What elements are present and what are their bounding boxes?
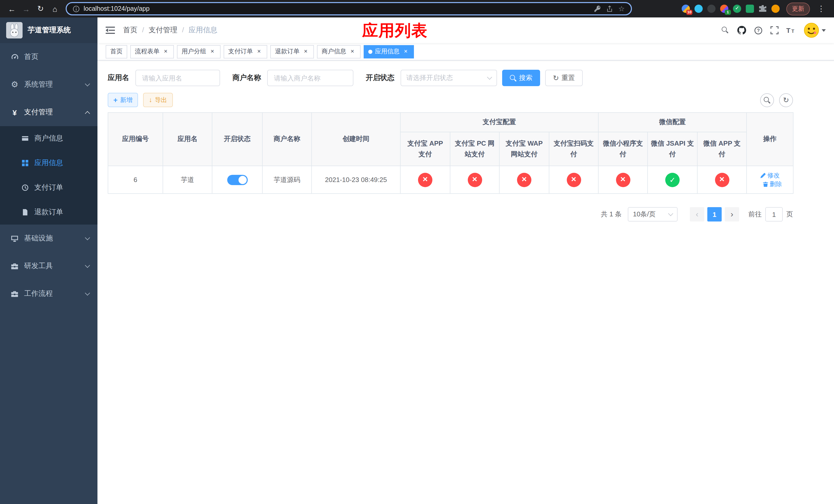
forward-button[interactable]: → [20, 2, 33, 15]
refresh-icon [783, 96, 789, 104]
goto-label: 前往 [748, 210, 762, 219]
close-icon[interactable] [256, 48, 263, 55]
sidebar-subitem-app-info[interactable]: 应用信息 [0, 151, 97, 175]
tab-app-info[interactable]: 应用信息 [364, 45, 414, 58]
sidebar-item-infrastructure[interactable]: 基础设施 [0, 225, 97, 252]
app-name-input[interactable] [135, 70, 220, 86]
breadcrumb-app-info: 应用信息 [177, 26, 218, 35]
back-button[interactable]: ← [5, 2, 19, 15]
sidebar-item-label: 支付管理 [24, 108, 86, 117]
next-page-button[interactable] [725, 207, 739, 222]
trash-icon [763, 181, 768, 187]
close-icon[interactable] [162, 48, 169, 55]
status-toggle[interactable] [227, 175, 247, 185]
merchant-name-input[interactable] [267, 70, 353, 86]
dashboard-icon [10, 53, 19, 61]
close-icon[interactable] [209, 48, 216, 55]
cell-app-id: 6 [108, 166, 163, 193]
status-select[interactable]: 请选择开启状态 [401, 70, 497, 86]
extension-icon[interactable] [733, 5, 741, 13]
address-bar[interactable]: localhost:1024/pay/app [66, 2, 632, 15]
cell-alipay-pc [450, 166, 499, 193]
page-1-button[interactable]: 1 [707, 207, 722, 222]
svg-text:T: T [786, 27, 790, 35]
main-area: 首页 支付管理 应用信息 应用列表 ? [97, 18, 834, 504]
toggle-search-button[interactable] [760, 93, 774, 107]
reset-button-label: 重置 [562, 73, 575, 83]
browser-chrome: ← → ↻ ⌂ localhost:1024/pay/app 10 1 更新 [0, 0, 834, 18]
refresh-icon [553, 74, 559, 82]
delete-button[interactable]: 删除 [763, 180, 782, 188]
sidebar-item-payment[interactable]: ¥ 支付管理 [0, 98, 97, 126]
search-icon [510, 75, 517, 81]
tab-refund-order[interactable]: 退款订单 [270, 45, 314, 58]
briefcase-icon [10, 290, 19, 298]
extensions-puzzle-icon[interactable] [759, 5, 767, 13]
sidebar-subitem-payment-order[interactable]: 支付订单 [0, 175, 97, 200]
page-size-value: 10条/页 [633, 210, 656, 219]
close-icon[interactable] [402, 48, 409, 55]
browser-menu-icon[interactable] [814, 2, 828, 15]
sidebar-item-label: 支付订单 [35, 183, 89, 192]
extension-icon[interactable]: 10 [682, 5, 690, 13]
home-button[interactable]: ⌂ [48, 2, 62, 15]
breadcrumb-payment[interactable]: 支付管理 [137, 26, 177, 35]
tab-label: 退款订单 [275, 47, 300, 56]
url-text[interactable]: localhost:1024/pay/app [84, 5, 590, 12]
extension-icon[interactable] [707, 5, 716, 13]
export-button[interactable]: 导出 [143, 93, 173, 107]
sidebar-subitem-refund-order[interactable]: 退款订单 [0, 200, 97, 225]
tab-merchant-info[interactable]: 商户信息 [317, 45, 360, 58]
chrome-update-button[interactable]: 更新 [786, 2, 810, 15]
bookmark-star-icon[interactable] [618, 4, 625, 13]
sidebar-item-label: 应用信息 [35, 158, 89, 168]
app-table: 应用编号 应用名 开启状态 商户名称 创建时间 支付宝配置 微信配置 操作 支付… [108, 112, 793, 194]
goto-page-input[interactable] [765, 207, 783, 222]
payment-submenu: 商户信息 应用信息 支付订单 [0, 126, 97, 225]
reset-button[interactable]: 重置 [545, 70, 583, 86]
profile-avatar-icon[interactable] [771, 5, 780, 13]
col-header-create-time: 创建时间 [312, 113, 400, 166]
sidebar-item-label: 退款订单 [35, 208, 89, 217]
sidebar-item-workflow[interactable]: 工作流程 [0, 280, 97, 307]
tab-home[interactable]: 首页 [106, 45, 127, 58]
sidebar-item-home[interactable]: 首页 [0, 43, 97, 71]
hamburger-icon[interactable] [106, 26, 115, 35]
chevron-down-icon [85, 262, 90, 268]
add-button[interactable]: 新增 [108, 93, 138, 107]
refresh-table-button[interactable] [779, 93, 793, 107]
cell-wx-jsapi [648, 166, 697, 193]
tab-process-form[interactable]: 流程表单 [130, 45, 174, 58]
sidebar-item-system[interactable]: ⚙ 系统管理 [0, 71, 97, 98]
breadcrumb-home[interactable]: 首页 [123, 26, 137, 35]
extension-icon[interactable]: 1 [720, 5, 728, 13]
site-info-icon[interactable] [73, 5, 80, 12]
github-icon[interactable] [737, 26, 746, 35]
fullscreen-icon[interactable] [770, 26, 778, 35]
page-size-select[interactable]: 10条/页 [628, 207, 678, 222]
prev-page-button[interactable] [690, 207, 704, 222]
password-key-icon[interactable] [594, 5, 601, 12]
sidebar-subitem-merchant-info[interactable]: 商户信息 [0, 126, 97, 151]
close-icon[interactable] [302, 48, 309, 55]
sidebar-item-dev-tools[interactable]: 研发工具 [0, 252, 97, 280]
search-button[interactable]: 搜索 [502, 70, 540, 86]
font-size-icon[interactable]: TT [786, 26, 796, 35]
reload-button[interactable]: ↻ [34, 2, 47, 15]
edit-button[interactable]: 修改 [760, 171, 780, 180]
monitor-icon [10, 234, 19, 242]
extension-icon[interactable] [695, 5, 703, 13]
search-icon[interactable] [722, 26, 729, 34]
merchant-name-label: 商户名称 [232, 73, 261, 83]
close-icon[interactable] [349, 48, 356, 55]
col-header-wx-app: 微信 APP 支付 [697, 132, 747, 166]
col-header-actions: 操作 [747, 113, 793, 166]
user-avatar[interactable] [804, 23, 826, 38]
edit-button-label: 修改 [767, 171, 780, 180]
extension-icon[interactable] [746, 5, 754, 13]
wx-jsapi-status-icon [665, 173, 680, 187]
tab-user-group[interactable]: 用户分组 [177, 45, 221, 58]
share-icon[interactable] [607, 5, 613, 12]
help-icon[interactable]: ? [754, 26, 763, 35]
tab-payment-order[interactable]: 支付订单 [224, 45, 267, 58]
